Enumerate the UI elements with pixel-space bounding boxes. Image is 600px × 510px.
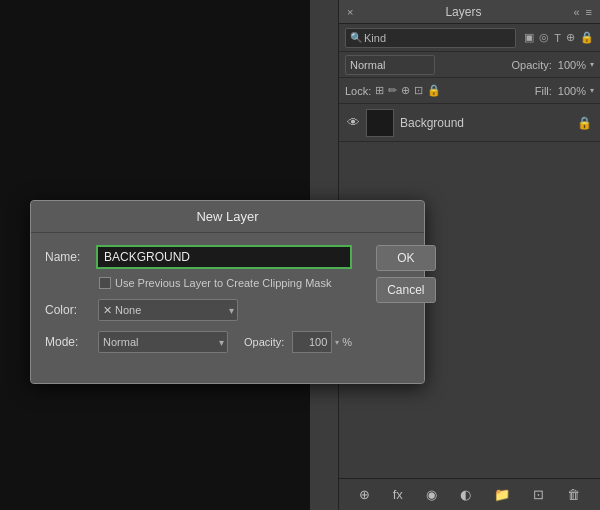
opacity-label: Opacity: <box>512 59 552 71</box>
lock-label: Lock: <box>345 85 371 97</box>
opacity-percent-label: % <box>342 336 352 348</box>
name-label: Name: <box>45 250 90 264</box>
clip-mask-checkbox[interactable] <box>99 277 111 289</box>
mode-label: Mode: <box>45 335 90 349</box>
dialog-title-bar: New Layer <box>31 201 424 233</box>
kind-adjust-icon[interactable]: ◎ <box>539 31 549 44</box>
layers-panel-header: × Layers « ≡ <box>339 0 600 24</box>
clip-mask-label: Use Previous Layer to Create Clipping Ma… <box>115 277 331 289</box>
lock-all-icon[interactable]: 🔒 <box>427 84 441 97</box>
add-mask-icon[interactable]: ◉ <box>426 487 437 502</box>
dialog-body: Name: Use Previous Layer to Create Clipp… <box>31 233 424 383</box>
lock-transform-icon[interactable]: ⊕ <box>401 84 410 97</box>
layers-lock-row: Lock: ⊞ ✏ ⊕ ⊡ 🔒 Fill: 100% ▾ <box>339 78 600 104</box>
cancel-button[interactable]: Cancel <box>376 277 435 303</box>
kind-smart-icon[interactable]: 🔒 <box>580 31 594 44</box>
mode-opacity-row: Mode: Normal Dissolve Multiply Screen Ov… <box>45 331 352 353</box>
kind-icons: ▣ ◎ T ⊕ 🔒 <box>524 31 594 44</box>
color-select-wrap[interactable]: ✕ None Red Orange Yellow Green Blue Viol… <box>98 299 238 321</box>
lock-paint-icon[interactable]: ✏ <box>388 84 397 97</box>
lock-artboard-icon[interactable]: ⊡ <box>414 84 423 97</box>
blend-mode-select[interactable]: Normal <box>345 55 435 75</box>
clip-mask-row: Use Previous Layer to Create Clipping Ma… <box>45 277 352 289</box>
link-layers-icon[interactable]: ⊕ <box>359 487 370 502</box>
kind-shape-icon[interactable]: ⊕ <box>566 31 575 44</box>
dialog-title: New Layer <box>196 209 258 224</box>
fill-label: Fill: <box>535 85 552 97</box>
delete-layer-icon[interactable]: 🗑 <box>567 487 580 502</box>
color-row: Color: ✕ None Red Orange Yellow Green Bl… <box>45 299 352 321</box>
kind-pixel-icon[interactable]: ▣ <box>524 31 534 44</box>
kind-text-icon[interactable]: T <box>554 32 561 44</box>
mode-select-wrap[interactable]: Normal Dissolve Multiply Screen Overlay <box>98 331 228 353</box>
layer-name: Background <box>400 116 571 130</box>
layer-visibility-eye-icon[interactable]: 👁 <box>347 115 360 130</box>
opacity-value: 100% <box>558 59 586 71</box>
color-select[interactable]: ✕ None Red Orange Yellow Green Blue Viol… <box>98 299 238 321</box>
opacity-stepper-icon[interactable]: ▾ <box>335 338 339 347</box>
panel-close-button[interactable]: × <box>347 6 353 18</box>
layer-name-input[interactable] <box>96 245 352 269</box>
ok-button[interactable]: OK <box>376 245 435 271</box>
layers-blend-row: Normal Opacity: 100% ▾ <box>339 52 600 78</box>
panel-collapse-button[interactable]: « <box>573 6 579 18</box>
panel-menu-button[interactable]: ≡ <box>586 6 592 18</box>
fx-icon[interactable]: fx <box>393 487 403 502</box>
opacity-label: Opacity: <box>244 336 284 348</box>
opacity-input[interactable] <box>292 331 332 353</box>
lock-pixels-icon[interactable]: ⊞ <box>375 84 384 97</box>
fill-value: 100% <box>558 85 586 97</box>
new-layer-icon[interactable]: ⊡ <box>533 487 544 502</box>
new-group-icon[interactable]: 📁 <box>494 487 510 502</box>
layer-item[interactable]: 👁 Background 🔒 <box>339 104 600 142</box>
opacity-input-wrap: ▾ % <box>292 331 352 353</box>
kind-label: Kind <box>364 32 386 44</box>
layers-panel-title: Layers <box>445 5 481 19</box>
layer-lock-icon: 🔒 <box>577 116 592 130</box>
mode-select[interactable]: Normal Dissolve Multiply Screen Overlay <box>98 331 228 353</box>
adjustment-icon[interactable]: ◐ <box>460 487 471 502</box>
layers-search-row: 🔍 Kind ▣ ◎ T ⊕ 🔒 <box>339 24 600 52</box>
search-icon: 🔍 <box>350 32 362 43</box>
layer-thumbnail <box>366 109 394 137</box>
layers-bottom-toolbar: ⊕ fx ◉ ◐ 📁 ⊡ 🗑 <box>339 478 600 510</box>
dialog-buttons: OK Cancel <box>368 245 435 303</box>
kind-search-wrap[interactable]: 🔍 Kind <box>345 28 516 48</box>
fill-chevron-icon[interactable]: ▾ <box>590 86 594 95</box>
color-label: Color: <box>45 303 90 317</box>
lock-icons: ⊞ ✏ ⊕ ⊡ 🔒 <box>375 84 441 97</box>
new-layer-dialog: New Layer Name: Use Previous Layer to Cr… <box>30 200 425 384</box>
opacity-chevron-icon[interactable]: ▾ <box>590 60 594 69</box>
